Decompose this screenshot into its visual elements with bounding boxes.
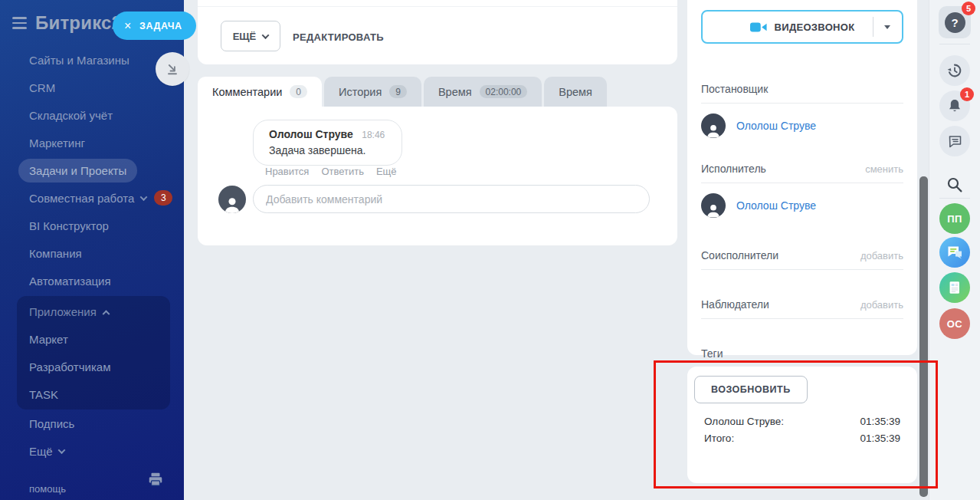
avatar-pp[interactable]: ПП [939,203,970,234]
sidebar-item-collab[interactable]: Совместная работа 3 [0,184,184,212]
creator-name-link[interactable]: Ололош Струве [736,120,816,132]
bell-icon [947,98,962,113]
collab-counter-badge: 3 [154,190,172,206]
sidebar-item-crm[interactable]: CRM [0,74,184,101]
comment-composer [218,185,650,213]
timer-row-user: Ололош Струве: 01:35:39 [704,413,900,430]
task-tabs: Комментарии 0 История 9 Время 02:00:00 В… [198,77,607,107]
video-call-dropdown[interactable] [873,12,902,42]
comment-text: Задача завершена. [269,144,385,156]
help-link[interactable]: помощь [29,483,66,495]
sidebar-item-automation[interactable]: Автоматизация [0,267,184,294]
responsible-user-row: Ололош Струве [701,183,903,232]
sidebar-item-tasks[interactable]: Задачи и Проекты [0,156,184,184]
task-slider-chip-label: ЗАДАЧА [139,21,182,31]
timer-card: ВОЗОБНОВИТЬ Ололош Струве: 01:35:39 Итог… [687,367,917,483]
chevron-up-icon [102,310,110,317]
person-icon [705,202,722,218]
sidebar-apps-group: Приложения Маркет Разработчикам TASK [17,296,170,410]
menu-hamburger-icon[interactable] [12,17,27,29]
person-icon [222,195,242,213]
tags-section-header: Теги [701,337,903,368]
chevron-down-icon [262,31,270,39]
time-management-button[interactable] [939,55,970,86]
sidebar-nav: Сайты и Магазины CRM Складской учёт Марк… [0,46,184,465]
resume-button[interactable]: ВОЗОБНОВИТЬ [694,376,808,403]
creator-user-row: Ололош Струве [701,104,903,153]
task-details-panel: ВИДЕОЗВОНОК Постановщик Ололош Струве Ис… [687,0,917,355]
sidebar-item-task-app[interactable]: TASK [17,380,170,408]
main-content: ЕЩЁ РЕДАКТИРОВАТЬ Комментарии 0 История … [184,0,929,500]
sidebar-item-company[interactable]: Компания [0,239,184,267]
divider [939,198,970,199]
responsible-avatar[interactable] [701,193,726,218]
sidebar-item-inventory[interactable]: Складской учёт [0,101,184,129]
chat-bubble-arrows-icon [947,133,963,150]
search-button[interactable] [939,169,970,200]
sidebar-item-market[interactable]: Маркет [17,325,170,353]
person-icon [705,122,722,138]
creator-section-header: Постановщик [701,73,903,104]
timer-row-total: Итого: 01:35:39 [704,430,900,447]
tab-history[interactable]: История 9 [324,77,421,107]
close-icon[interactable]: × [124,20,132,32]
news-feed-button[interactable] [939,272,970,303]
responsible-section-header: Исполнитель сменить [701,153,903,183]
chevron-down-icon [140,193,148,201]
add-accomplice-link[interactable]: добавить [860,250,903,262]
tab-time[interactable]: Время [544,77,607,107]
accomplices-section-header: Соисполнители добавить [701,239,903,270]
avatar-os[interactable]: ОС [939,308,970,339]
divider [939,44,970,44]
bitrix24-task-screen: Битрикс24 Сайты и Магазины CRM Складской… [0,0,980,500]
sidebar-item-more[interactable]: Ещё [0,437,184,465]
sidebar-item-signature[interactable]: Подпись [0,410,184,437]
video-camera-icon [750,21,767,33]
comment-input[interactable] [253,185,650,213]
reply-link[interactable]: Ответить [321,166,364,177]
divider [198,6,677,7]
comment-author[interactable]: Ололош Струве [269,128,353,140]
vertical-scrollbar[interactable] [919,176,928,497]
chevron-down-icon [884,25,890,29]
chevron-down-icon [57,446,65,454]
sidebar-item-developers[interactable]: Разработчикам [17,353,170,380]
search-icon [946,176,964,194]
tab-time-tracking[interactable]: Время 02:00:00 [424,77,542,107]
collapse-panel-button[interactable] [156,52,189,86]
feedback-button[interactable] [939,126,970,156]
clock-sync-icon [946,62,963,79]
sidebar-item-bi[interactable]: BI Конструктор [0,212,184,239]
add-auditor-link[interactable]: добавить [860,299,903,311]
creator-avatar[interactable] [701,113,726,138]
timer-value-user: 01:35:39 [860,413,900,430]
messenger-icon [946,243,964,262]
notifications-badge: 1 [960,87,974,101]
comment-bubble: Ололош Струве 18:46 Задача завершена. [253,120,402,166]
messenger-button[interactable] [939,237,970,268]
timer-value-total: 01:35:39 [860,430,900,447]
video-call-button[interactable]: ВИДЕОЗВОНОК [701,10,903,44]
comment-time: 18:46 [362,130,385,140]
help-badge: 5 [962,2,975,15]
timer-rows: Ололош Струве: 01:35:39 Итого: 01:35:39 [694,413,910,447]
task-slider-chip[interactable]: × ЗАДАЧА [113,12,196,40]
change-responsible-link[interactable]: сменить [865,163,903,175]
question-mark-icon: ? [945,12,965,33]
comment-actions: Нравится Ответить Ещё [265,166,397,177]
sidebar-group-apps[interactable]: Приложения [17,298,170,325]
time-estimate-badge: 02:00:00 [480,85,528,98]
comments-card: Ололош Струве 18:46 Задача завершена. Нр… [198,107,677,245]
collapse-arrow-icon [165,61,180,77]
current-user-avatar [218,186,246,213]
tab-comments[interactable]: Комментарии 0 [198,77,322,107]
history-count-badge: 9 [389,85,407,98]
edit-button[interactable]: РЕДАКТИРОВАТЬ [293,31,384,43]
sidebar-item-marketing[interactable]: Маркетинг [0,129,184,156]
like-link[interactable]: Нравится [265,166,309,177]
more-button[interactable]: ЕЩЁ [221,21,280,51]
responsible-name-link[interactable]: Ололош Струве [736,199,816,212]
task-toolbar-card: ЕЩЁ РЕДАКТИРОВАТЬ [198,0,677,64]
more-link[interactable]: Ещё [376,166,397,177]
printer-icon[interactable] [147,471,164,488]
